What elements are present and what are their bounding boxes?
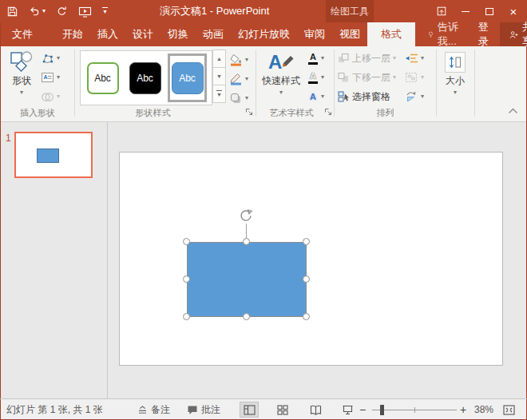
slideshow-view-button[interactable] bbox=[338, 402, 357, 418]
wordart-dialog-launcher[interactable] bbox=[324, 107, 332, 118]
slide-thumbnail-panel[interactable]: 1 bbox=[1, 122, 108, 398]
reading-view-icon bbox=[310, 405, 322, 415]
collapse-ribbon-button[interactable] bbox=[508, 105, 518, 117]
rotate-objects-button[interactable]: ▾ bbox=[405, 87, 424, 106]
reading-view-button[interactable] bbox=[306, 402, 325, 418]
bring-forward-icon bbox=[338, 53, 350, 64]
minimize-button[interactable] bbox=[454, 0, 477, 22]
zoom-slider-thumb[interactable] bbox=[380, 405, 384, 415]
group-objects-caret: ▾ bbox=[421, 74, 424, 81]
notes-button[interactable]: 备注 bbox=[137, 399, 170, 420]
gallery-more-button[interactable]: ▼ bbox=[212, 85, 226, 103]
group-divider bbox=[74, 50, 75, 117]
text-outline-button[interactable]: A ▾ bbox=[307, 68, 324, 87]
quick-styles-button[interactable]: A 快速样式 ▾ bbox=[260, 48, 303, 96]
shape-fill-button[interactable]: ▾ bbox=[229, 50, 248, 69]
group-label-wordart: 艺术字样式 bbox=[258, 107, 325, 119]
shape-style-option-2[interactable]: Abc bbox=[125, 53, 164, 102]
send-backward-icon bbox=[338, 72, 350, 83]
selection-handle-sw[interactable] bbox=[183, 313, 190, 320]
selection-handle-ne[interactable] bbox=[303, 238, 310, 245]
normal-view-button[interactable] bbox=[240, 402, 259, 418]
text-box-button[interactable]: A ▾ bbox=[41, 68, 60, 87]
zoom-in-button[interactable]: + bbox=[460, 399, 466, 420]
maximize-button[interactable] bbox=[477, 0, 501, 22]
text-effects-button[interactable]: A ▾ bbox=[307, 87, 324, 106]
tab-review[interactable]: 审阅 bbox=[297, 22, 332, 46]
gallery-scroll-up-button[interactable]: ▲ bbox=[212, 50, 226, 68]
slide-indicator[interactable]: 幻灯片 第 1 张, 共 1 张 bbox=[6, 399, 103, 420]
window-controls: × bbox=[430, 0, 525, 22]
merge-shapes-caret: ▾ bbox=[57, 93, 60, 100]
selection-handle-nw[interactable] bbox=[183, 238, 190, 245]
selection-handle-w[interactable] bbox=[183, 275, 190, 283]
tab-file[interactable]: 文件 bbox=[1, 22, 44, 46]
merge-shapes-button[interactable]: ▾ bbox=[41, 87, 60, 106]
shape-outline-button[interactable]: ▾ bbox=[229, 69, 248, 89]
redo-button[interactable] bbox=[56, 6, 68, 17]
zoom-level-label: 38% bbox=[474, 404, 493, 415]
group-objects-icon bbox=[405, 72, 418, 83]
shapes-button[interactable]: 形状 ▾ bbox=[6, 48, 38, 96]
more-bar bbox=[216, 90, 222, 91]
start-slideshow-button[interactable] bbox=[78, 6, 92, 18]
comments-button[interactable]: 批注 bbox=[187, 399, 220, 420]
share-button[interactable]: 共享 bbox=[500, 22, 527, 46]
comments-label: 批注 bbox=[201, 403, 220, 417]
text-fill-caret: ▾ bbox=[321, 55, 324, 61]
rotate-objects-caret: ▾ bbox=[421, 93, 424, 100]
group-objects-button[interactable]: ▾ bbox=[405, 68, 424, 87]
tell-me-button[interactable]: 告诉我... bbox=[420, 22, 469, 46]
edit-shape-button[interactable]: ▾ bbox=[41, 49, 60, 68]
tab-view[interactable]: 视图 bbox=[332, 22, 367, 46]
customize-qat-button[interactable]: ▾ bbox=[102, 7, 108, 15]
group-divider bbox=[474, 50, 475, 117]
tab-animations[interactable]: 动画 bbox=[196, 22, 231, 46]
shape-effects-button[interactable]: ▾ bbox=[229, 89, 248, 108]
tab-slideshow[interactable]: 幻灯片放映 bbox=[231, 22, 297, 46]
selection-handle-s[interactable] bbox=[243, 313, 250, 320]
selection-handle-e[interactable] bbox=[303, 275, 310, 283]
quick-styles-caret: ▾ bbox=[279, 89, 283, 96]
collapse-ribbon-icon bbox=[508, 108, 518, 114]
tab-home[interactable]: 开始 bbox=[55, 22, 90, 46]
size-button[interactable]: 大小 ▾ bbox=[439, 50, 471, 96]
gallery-scroll-down-button[interactable]: ▼ bbox=[212, 67, 226, 85]
wordart-mini-column: A ▾ A ▾ A ▾ bbox=[307, 49, 324, 106]
fit-to-window-button[interactable] bbox=[503, 399, 515, 420]
slide-sorter-view-button[interactable] bbox=[273, 402, 292, 418]
text-fill-button[interactable]: A ▾ bbox=[307, 49, 324, 68]
selection-pane-button[interactable]: 选择窗格 bbox=[338, 87, 396, 106]
close-button[interactable]: × bbox=[501, 0, 525, 22]
shape-style-option-1[interactable]: Abc bbox=[83, 53, 122, 102]
send-backward-button[interactable]: 下移一层 ▾ bbox=[338, 68, 396, 87]
ribbon-display-options-button[interactable] bbox=[430, 0, 454, 22]
bring-forward-label: 上移一层 bbox=[352, 52, 390, 65]
tab-transitions[interactable]: 切换 bbox=[160, 22, 196, 46]
rotation-handle[interactable] bbox=[239, 208, 254, 227]
bring-forward-button[interactable]: 上移一层 ▾ bbox=[338, 49, 396, 68]
slide-thumbnail-selected[interactable] bbox=[14, 132, 93, 178]
selection-handle-se[interactable] bbox=[303, 313, 310, 320]
ribbon-tab-row: 文件 开始 插入 设计 切换 动画 幻灯片放映 审阅 视图 格式 告诉我... … bbox=[1, 22, 526, 46]
zoom-slider[interactable] bbox=[372, 410, 457, 410]
undo-button[interactable]: ▾ bbox=[29, 6, 46, 17]
zoom-out-button[interactable]: − bbox=[359, 399, 366, 420]
selection-handle-n[interactable] bbox=[243, 238, 250, 245]
slide-canvas[interactable] bbox=[119, 152, 503, 366]
blue-rectangle-shape[interactable] bbox=[187, 242, 307, 317]
zoom-level[interactable]: 38% bbox=[474, 399, 493, 420]
sign-in-button[interactable]: 登录 bbox=[470, 22, 497, 46]
tab-format[interactable]: 格式 bbox=[367, 22, 415, 46]
edit-shape-caret: ▾ bbox=[57, 55, 60, 61]
down-arrow-icon: ▼ bbox=[216, 73, 222, 79]
shape-styles-dialog-launcher[interactable] bbox=[245, 107, 253, 118]
tab-insert[interactable]: 插入 bbox=[90, 22, 125, 46]
undo-dropdown-caret: ▾ bbox=[42, 8, 46, 14]
shape-style-option-3-selected[interactable]: Abc bbox=[168, 53, 207, 102]
tab-design[interactable]: 设计 bbox=[125, 22, 160, 46]
workspace: 1 bbox=[1, 122, 526, 398]
align-button[interactable]: ▾ bbox=[405, 49, 424, 68]
save-button[interactable] bbox=[6, 6, 18, 18]
context-tool-header[interactable]: 绘图工具 bbox=[326, 0, 374, 22]
